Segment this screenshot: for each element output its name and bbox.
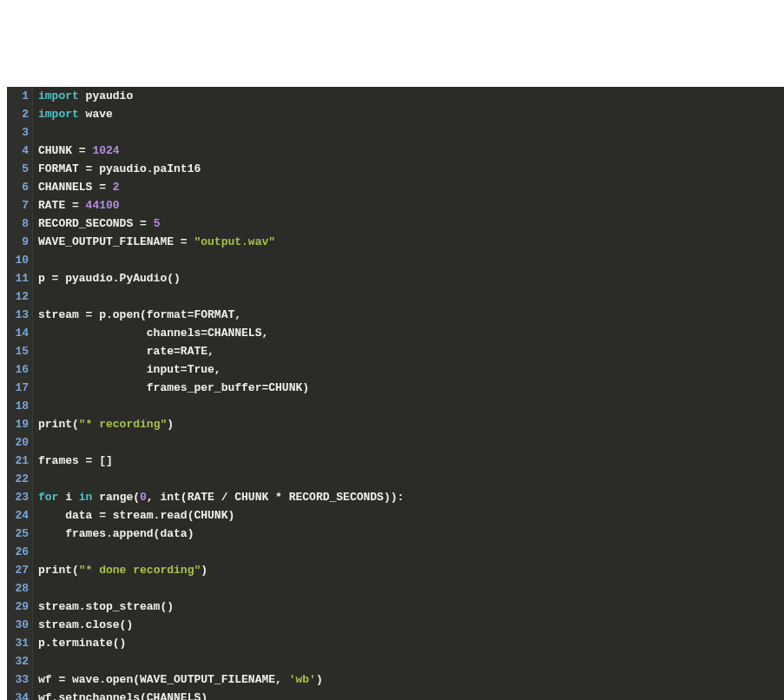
code-line[interactable]: p = pyaudio.PyAudio() (38, 269, 784, 287)
code-line[interactable] (38, 579, 784, 598)
code-line[interactable] (38, 470, 784, 488)
line-number: 3 (7, 123, 29, 142)
line-number: 27 (7, 561, 29, 579)
token-default: , int(RATE / CHUNK * RECORD_SECONDS)): (147, 491, 404, 504)
code-area[interactable]: import pyaudioimport waveCHUNK = 1024FOR… (33, 87, 784, 700)
line-number: 26 (7, 543, 29, 561)
code-line[interactable] (38, 123, 784, 142)
token-string: "* recording" (79, 418, 167, 431)
line-number: 30 (7, 616, 29, 634)
line-number: 29 (7, 598, 29, 616)
token-number: 5 (154, 217, 161, 230)
line-number: 1 (7, 87, 29, 105)
line-number: 20 (7, 433, 29, 452)
code-line[interactable] (38, 543, 784, 561)
token-default: ) (167, 418, 174, 431)
line-number: 16 (7, 360, 29, 379)
token-default: stream.stop_stream() (38, 600, 174, 613)
code-line[interactable]: frames_per_buffer=CHUNK) (38, 379, 784, 397)
code-line[interactable]: CHUNK = 1024 (38, 142, 784, 160)
code-line[interactable]: import pyaudio (38, 87, 784, 105)
code-line[interactable]: stream.close() (38, 616, 784, 634)
token-default: i (58, 491, 78, 504)
token-string: 'wb' (289, 673, 316, 686)
line-number: 14 (7, 324, 29, 342)
token-default: CHUNK = (38, 144, 92, 157)
code-line[interactable] (38, 652, 784, 670)
code-line[interactable] (38, 397, 784, 415)
code-line[interactable]: print("* recording") (38, 415, 784, 433)
line-number: 7 (7, 196, 29, 215)
token-default: print( (38, 564, 79, 577)
token-default: p = pyaudio.PyAudio() (38, 272, 181, 285)
line-number: 32 (7, 652, 29, 670)
code-line[interactable]: wf = wave.open(WAVE_OUTPUT_FILENAME, 'wb… (38, 670, 784, 689)
line-number: 10 (7, 251, 29, 269)
token-default: frames_per_buffer=CHUNK) (38, 381, 309, 394)
code-line[interactable]: RATE = 44100 (38, 196, 784, 215)
line-number: 25 (7, 525, 29, 543)
line-number: 28 (7, 579, 29, 598)
token-default: print( (38, 418, 79, 431)
code-line[interactable]: frames = [] (38, 452, 784, 470)
token-default: channels=CHANNELS, (38, 327, 268, 340)
token-default: frames = [] (38, 454, 113, 467)
token-number: 1024 (92, 144, 119, 157)
token-default: p.terminate() (38, 637, 126, 650)
line-number: 4 (7, 142, 29, 160)
token-string: "output.wav" (194, 235, 275, 248)
line-number: 11 (7, 269, 29, 287)
token-keyword: for (38, 491, 58, 504)
code-line[interactable] (38, 433, 784, 452)
code-line[interactable]: stream = p.open(format=FORMAT, (38, 306, 784, 324)
line-number-gutter: 1234567891011121314151617181920212223242… (7, 87, 33, 700)
code-line[interactable]: CHANNELS = 2 (38, 178, 784, 196)
line-number: 18 (7, 397, 29, 415)
code-line[interactable]: WAVE_OUTPUT_FILENAME = "output.wav" (38, 233, 784, 251)
line-number: 12 (7, 287, 29, 306)
token-string: "* done recording" (79, 564, 201, 577)
token-default: WAVE_OUTPUT_FILENAME = (38, 235, 194, 248)
token-default: input=True, (38, 363, 221, 376)
token-default: wf.setnchannels(CHANNELS) (38, 691, 208, 700)
line-number: 33 (7, 670, 29, 689)
token-default: wave (79, 108, 113, 121)
code-line[interactable] (38, 287, 784, 306)
code-line[interactable]: FORMAT = pyaudio.paInt16 (38, 160, 784, 178)
line-number: 24 (7, 506, 29, 525)
token-default: frames.append(data) (38, 527, 194, 540)
token-default: stream.close() (38, 618, 133, 631)
code-line[interactable]: for i in range(0, int(RATE / CHUNK * REC… (38, 488, 784, 506)
token-number: 0 (140, 491, 147, 504)
token-keyword: in (79, 491, 93, 504)
token-default: CHANNELS = (38, 181, 113, 194)
line-number: 6 (7, 178, 29, 196)
code-editor[interactable]: 1234567891011121314151617181920212223242… (7, 87, 784, 700)
token-default: ) (316, 673, 323, 686)
line-number: 8 (7, 215, 29, 233)
token-default: pyaudio (79, 89, 133, 102)
code-line[interactable]: frames.append(data) (38, 525, 784, 543)
code-line[interactable] (38, 251, 784, 269)
line-number: 22 (7, 470, 29, 488)
code-line[interactable]: channels=CHANNELS, (38, 324, 784, 342)
code-line[interactable]: RECORD_SECONDS = 5 (38, 215, 784, 233)
token-default: RATE = (38, 199, 86, 212)
token-default: ) (201, 564, 208, 577)
line-number: 23 (7, 488, 29, 506)
token-default: wf = wave.open(WAVE_OUTPUT_FILENAME, (38, 673, 289, 686)
code-line[interactable]: rate=RATE, (38, 342, 784, 360)
token-default: FORMAT = pyaudio.paInt16 (38, 162, 201, 175)
token-default: stream = p.open(format=FORMAT, (38, 308, 241, 321)
code-line[interactable]: input=True, (38, 360, 784, 379)
code-line[interactable]: wf.setnchannels(CHANNELS) (38, 689, 784, 700)
code-line[interactable]: p.terminate() (38, 634, 784, 652)
line-number: 17 (7, 379, 29, 397)
line-number: 34 (7, 689, 29, 700)
code-line[interactable]: import wave (38, 105, 784, 123)
code-line[interactable]: data = stream.read(CHUNK) (38, 506, 784, 525)
code-line[interactable]: print("* done recording") (38, 561, 784, 579)
code-line[interactable]: stream.stop_stream() (38, 598, 784, 616)
line-number: 2 (7, 105, 29, 123)
token-default: data = stream.read(CHUNK) (38, 509, 234, 522)
